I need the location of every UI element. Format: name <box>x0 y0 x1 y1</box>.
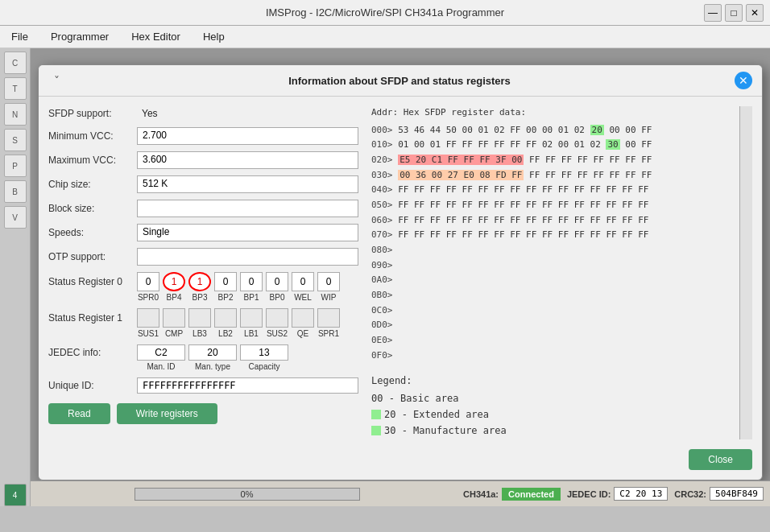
hex-addr-040: 040> <box>371 184 398 195</box>
sfdp-support-row: SFDP support: Yes <box>48 106 358 121</box>
hex-bytes-040: FF FF FF FF FF FF FF FF FF FF FF FF FF F… <box>398 184 648 195</box>
dialog-title: Information about SFDP and status regist… <box>288 75 511 87</box>
jedec-capacity: 13 <box>240 344 288 361</box>
chip-size-row: Chip size: 512 K <box>48 175 358 193</box>
window-controls: — □ ✕ <box>704 4 764 22</box>
sidebar-icon-2[interactable]: T <box>4 77 27 100</box>
hex-addr-050: 050> <box>371 200 398 210</box>
legend-item-extended: 20 - Extended area <box>371 407 727 422</box>
status-reg0-bits: 0 1 1 0 0 0 0 0 <box>137 272 340 291</box>
unique-id-label: Unique ID: <box>48 380 137 391</box>
hex-header: Addr: Hex SFDP register data: <box>371 106 727 120</box>
window-title: IMSProg - I2C/MicroWire/SPI CH341a Progr… <box>266 6 504 19</box>
hex-bytes-030b: FF FF FF FF FF FF FF FF <box>524 170 652 180</box>
chip-size-value: 512 K <box>137 175 358 193</box>
block-size-label: Block size: <box>48 203 137 214</box>
hex-addr-0f0: 0F0> <box>371 350 393 361</box>
hex-addr-060: 060> <box>371 215 398 225</box>
content-area: ˅ Information about SFDP and status regi… <box>31 48 770 506</box>
dialog-close-button[interactable]: ✕ <box>735 72 752 89</box>
hex-line-000: 000> 53 46 44 50 00 01 02 FF 00 00 01 02… <box>371 123 727 138</box>
maximize-button[interactable]: □ <box>725 4 743 22</box>
label-qe: QE <box>292 329 314 338</box>
otp-support-label: OTP support: <box>48 251 137 262</box>
label-bp1: BP1 <box>240 293 263 302</box>
sfdp-support-value: Yes <box>137 106 358 121</box>
hex-bytes-030a: 00 36 00 27 E0 08 FD FF <box>398 170 524 180</box>
min-vcc-value: 2.700 <box>137 127 358 145</box>
hex-line-010: 010> 01 00 01 FF FF FF FF FF FF 02 00 01… <box>371 138 727 153</box>
label-bp4: BP4 <box>163 293 185 302</box>
legend-section: Legend: 00 - Basic area 20 - Extended ar… <box>371 373 727 438</box>
progress-section: 0% <box>37 488 457 501</box>
jedec-man-id: C2 <box>137 344 185 361</box>
sidebar-icon-5[interactable]: P <box>4 155 27 177</box>
legend-item-manufacture: 30 - Manufacture area <box>371 423 727 438</box>
close-dialog-button[interactable]: Close <box>689 449 752 470</box>
jedec-sub-labels: Man. ID Man. type Capacity <box>137 362 358 371</box>
sidebar-icon-6[interactable]: B <box>4 180 27 203</box>
jedec-sub-type: Man. type <box>188 362 237 371</box>
hex-bytes-000: 53 46 44 50 00 01 02 FF 00 00 01 02 <box>398 125 590 135</box>
scroll-track[interactable] <box>739 106 752 439</box>
progress-label: 0% <box>241 489 254 499</box>
progress-bar-container: 0% <box>135 488 360 501</box>
dialog-body: SFDP support: Yes Minimum VCC: 2.700 Max… <box>39 97 762 449</box>
sfdp-support-label: SFDP support: <box>48 108 137 119</box>
menu-help[interactable]: Help <box>198 29 230 44</box>
status-bit-5: 0 <box>266 272 288 291</box>
status-reg1-bit-1 <box>163 308 185 328</box>
hex-addr-010: 010> <box>371 139 398 150</box>
hex-addr-000: 000> <box>371 125 398 135</box>
modal-overlay: ˅ Information about SFDP and status regi… <box>31 48 770 506</box>
jedec-boxes: C2 20 13 <box>137 344 288 361</box>
main-area: C T N S P B V 4 ˅ Information about SFDP… <box>0 48 770 506</box>
sidebar-icon-1[interactable]: C <box>4 52 27 74</box>
status-bit-6: 0 <box>292 272 314 291</box>
write-registers-button[interactable]: Write registers <box>117 403 217 424</box>
dialog-chevron[interactable]: ˅ <box>48 72 64 89</box>
menu-bar: File Programmer Hex Editor Help <box>0 26 770 48</box>
status-bit-1: 1 <box>163 272 185 291</box>
sidebar-icon-8[interactable]: 4 <box>4 484 27 506</box>
block-size-value <box>137 200 358 217</box>
sidebar-icon-3[interactable]: N <box>4 103 27 126</box>
menu-file[interactable]: File <box>6 29 33 44</box>
menu-hex-editor[interactable]: Hex Editor <box>126 29 185 44</box>
max-vcc-value: 3.600 <box>137 151 358 169</box>
connected-badge: Connected <box>502 488 561 501</box>
menu-programmer[interactable]: Programmer <box>46 29 114 44</box>
chip-size-label: Chip size: <box>48 179 137 190</box>
jedec-label: JEDEC info: <box>48 347 137 358</box>
status-reg0-row: Status Register 0 0 1 1 0 0 0 0 0 <box>48 272 358 291</box>
close-button[interactable]: ✕ <box>746 4 764 22</box>
label-wel: WEL <box>292 293 314 302</box>
hex-addr-0b0: 0B0> <box>371 290 393 300</box>
hex-line-0f0: 0F0> <box>371 348 727 364</box>
jedec-id-label: JEDEC ID: <box>567 489 611 499</box>
crc32-label: CRC32: <box>674 489 706 499</box>
minimize-button[interactable]: — <box>704 4 722 22</box>
speeds-row: Speeds: Single <box>48 224 358 241</box>
unique-id-row: Unique ID: FFFFFFFFFFFFFFFF <box>48 377 358 394</box>
status-reg1-bit-0 <box>137 308 159 328</box>
hex-addr-030: 030> <box>371 170 398 180</box>
status-reg1-bit-7 <box>317 308 340 328</box>
label-spr0: SPR0 <box>137 293 159 302</box>
status-reg1-bit-2 <box>188 308 211 328</box>
sidebar-strip: C T N S P B V 4 <box>0 48 31 506</box>
hex-line-080: 080> <box>371 243 727 258</box>
hex-line-0e0: 0E0> <box>371 333 727 348</box>
hex-suffix-000: 00 00 FF <box>604 125 652 135</box>
otp-support-value <box>137 248 358 266</box>
unique-id-value: FFFFFFFFFFFFFFFF <box>137 377 358 394</box>
read-button[interactable]: Read <box>48 403 110 424</box>
sidebar-icon-4[interactable]: S <box>4 129 27 151</box>
status-reg1-row: Status Register 1 <box>48 308 358 328</box>
legend-text-extended: 20 - Extended area <box>384 407 489 422</box>
hex-line-0b0: 0B0> <box>371 288 727 303</box>
sidebar-icon-7[interactable]: V <box>4 206 27 229</box>
status-bit-4: 0 <box>240 272 263 291</box>
label-sus1: SUS1 <box>137 329 159 338</box>
hex-addr-0d0: 0D0> <box>371 320 393 330</box>
